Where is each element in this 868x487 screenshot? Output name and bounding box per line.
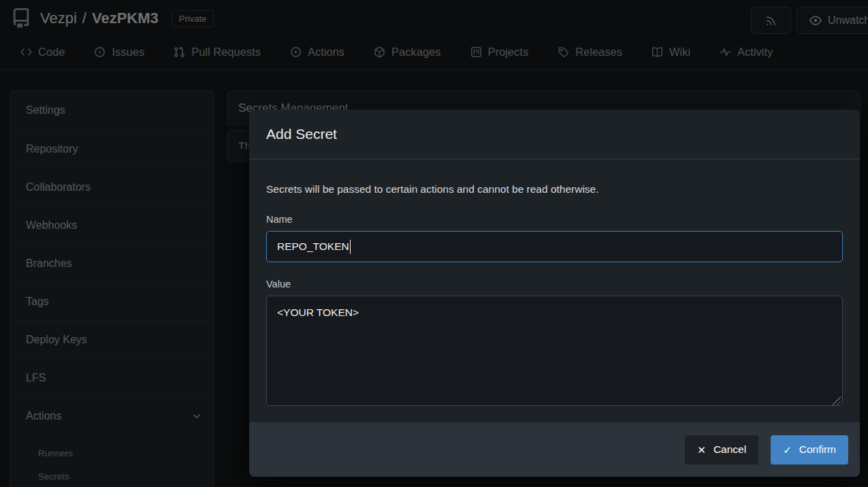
confirm-button[interactable]: ✓ Confirm bbox=[771, 435, 848, 465]
name-field-label: Name bbox=[266, 214, 843, 225]
value-field-label: Value bbox=[266, 279, 843, 289]
name-field-group: Name REPO_TOKEN bbox=[266, 214, 843, 262]
value-textarea-wrap: <YOUR TOKEN> bbox=[266, 296, 843, 409]
secret-value-textarea[interactable]: <YOUR TOKEN> bbox=[266, 296, 843, 406]
value-field-group: Value <YOUR TOKEN> bbox=[266, 279, 843, 409]
text-caret bbox=[350, 240, 351, 254]
close-icon: ✕ bbox=[697, 445, 706, 455]
check-icon: ✓ bbox=[783, 445, 792, 455]
confirm-label: Confirm bbox=[799, 443, 836, 456]
secret-name-value: REPO_TOKEN bbox=[277, 240, 349, 253]
cancel-button[interactable]: ✕ Cancel bbox=[685, 435, 758, 465]
secret-name-input[interactable]: REPO_TOKEN bbox=[266, 231, 843, 262]
modal-header: Add Secret bbox=[249, 110, 860, 159]
modal-description: Secrets will be passed to certain action… bbox=[266, 183, 843, 195]
modal-body: Secrets will be passed to certain action… bbox=[249, 159, 860, 409]
cancel-label: Cancel bbox=[713, 443, 746, 456]
modal-title: Add Secret bbox=[266, 126, 337, 142]
add-secret-modal: Add Secret Secrets will be passed to cer… bbox=[249, 110, 860, 477]
modal-footer: ✕ Cancel ✓ Confirm bbox=[249, 422, 860, 477]
